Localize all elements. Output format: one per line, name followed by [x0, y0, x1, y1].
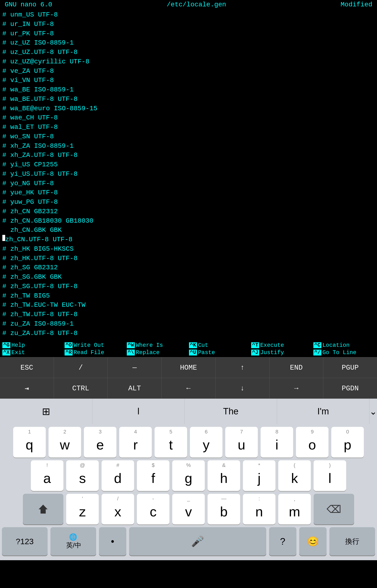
- shortcut-item[interactable]: ^\Replace: [127, 349, 188, 356]
- expand-predictions[interactable]: ⌄: [369, 399, 377, 424]
- key-f[interactable]: $f: [137, 460, 169, 491]
- keyboard: 1q2w3e4r5t6y7u8i9o0p !a@s#d$f%g&h*j(k)l …: [0, 424, 377, 560]
- shortcut-key: ^T: [251, 342, 259, 348]
- key-char: a: [43, 470, 51, 486]
- key-e[interactable]: 3e: [84, 427, 116, 458]
- num123-key[interactable]: ?123: [2, 527, 47, 555]
- key-i[interactable]: 8i: [261, 427, 293, 458]
- special-keys-row2: ⇥CTRLALT←↓→PGDN: [0, 378, 377, 399]
- shortcut-item[interactable]: ^KCut: [189, 342, 250, 348]
- mic-icon: 🎤: [191, 535, 204, 547]
- shortcut-item[interactable]: ^JJustify: [251, 349, 312, 356]
- key-u[interactable]: 7u: [225, 427, 258, 458]
- key-char: g: [185, 470, 192, 486]
- shortcut-label: Where Is: [136, 342, 163, 348]
- globe-icon: 🌐: [69, 533, 77, 541]
- sym-hint: @: [66, 462, 99, 468]
- special-key[interactable]: ESC: [0, 357, 54, 378]
- key-char: x: [115, 504, 121, 519]
- shortcut-item[interactable]: ^UPaste: [189, 349, 250, 356]
- emoji-key[interactable]: 😊: [299, 527, 327, 555]
- shortcut-item[interactable]: ^/Go To Line: [313, 349, 375, 356]
- key-c[interactable]: -c: [137, 494, 169, 524]
- shortcut-label: Execute: [260, 342, 284, 348]
- special-key[interactable]: ↓: [216, 378, 270, 399]
- predictive-bar: ⊞ l The I'm ⌄: [0, 399, 377, 424]
- editor-line: # uz_UZ@cyrillic UTF-8: [2, 57, 375, 66]
- key-k[interactable]: (k: [278, 460, 311, 491]
- key-o[interactable]: 9o: [296, 427, 329, 458]
- special-key[interactable]: →: [270, 378, 324, 399]
- shortcut-label: Exit: [11, 349, 25, 356]
- key-char: t: [169, 437, 173, 452]
- sym-hint: -: [137, 496, 169, 502]
- sym-hint: —: [208, 496, 240, 502]
- editor-line: # zh_CN.GB18030 GB18030: [2, 216, 375, 226]
- special-key[interactable]: PGDN: [323, 378, 377, 399]
- shortcut-item[interactable]: ^TExecute: [251, 342, 312, 348]
- key-h[interactable]: &h: [208, 460, 240, 491]
- shortcut-item[interactable]: ^RRead File: [65, 349, 126, 356]
- special-key[interactable]: HOME: [162, 357, 216, 378]
- special-key[interactable]: PGUP: [323, 357, 377, 378]
- key-t[interactable]: 5t: [154, 427, 187, 458]
- key-s[interactable]: @s: [66, 460, 99, 491]
- shortcut-key: ^O: [65, 342, 72, 348]
- key-w[interactable]: 2w: [48, 427, 81, 458]
- suggestion-2[interactable]: The: [185, 399, 277, 424]
- key-j[interactable]: *j: [243, 460, 275, 491]
- special-key[interactable]: ⇥: [0, 378, 54, 399]
- key-char: v: [185, 504, 192, 519]
- key-y[interactable]: 6y: [190, 427, 223, 458]
- special-key[interactable]: —: [108, 357, 162, 378]
- shortcut-item[interactable]: ^WWhere Is: [127, 342, 188, 348]
- key-p[interactable]: 0p: [331, 427, 364, 458]
- special-key[interactable]: END: [270, 357, 324, 378]
- key-z[interactable]: 'z: [66, 494, 99, 524]
- special-key[interactable]: ALT: [108, 378, 162, 399]
- key-char: i: [275, 437, 279, 452]
- sym-hint: ): [314, 462, 346, 468]
- suggestion-3[interactable]: I'm: [277, 399, 369, 424]
- editor-line: # uz_UZ ISO-8859-1: [2, 38, 375, 47]
- shortcut-key: ^R: [65, 350, 72, 356]
- shortcut-item[interactable]: ^XExit: [2, 349, 64, 356]
- special-key[interactable]: CTRL: [54, 378, 108, 399]
- key-x[interactable]: /x: [102, 494, 134, 524]
- editor-line: zh_CN.UTF-8 UTF-8: [2, 235, 375, 244]
- sym-hint: (: [278, 462, 311, 468]
- key-v[interactable]: _v: [172, 494, 205, 524]
- special-key[interactable]: /: [54, 357, 108, 378]
- shortcut-item[interactable]: ^CLocation: [313, 342, 375, 348]
- special-key[interactable]: ←: [162, 378, 216, 399]
- editor-line: # ur_IN UTF-8: [2, 20, 375, 29]
- svg-marker-0: [39, 505, 47, 514]
- key-l[interactable]: )l: [314, 460, 346, 491]
- question-key[interactable]: ?: [269, 527, 296, 555]
- key-char: e: [96, 437, 104, 452]
- key-n[interactable]: :n: [243, 494, 275, 524]
- keyboard-toggle[interactable]: ⊞: [0, 399, 92, 424]
- shortcut-item[interactable]: ^OWrite Out: [65, 342, 126, 348]
- shortcut-label: Help: [11, 342, 25, 348]
- key-g[interactable]: %g: [172, 460, 205, 491]
- delete-key[interactable]: ⌫: [314, 494, 354, 524]
- special-key[interactable]: ↑: [216, 357, 270, 378]
- key-b[interactable]: —b: [208, 494, 240, 524]
- key-q[interactable]: 1q: [13, 427, 46, 458]
- key-r[interactable]: 4r: [119, 427, 152, 458]
- space-key[interactable]: 🎤: [129, 527, 266, 555]
- key-a[interactable]: !a: [31, 460, 63, 491]
- return-key[interactable]: 換行: [330, 527, 375, 555]
- key-d[interactable]: #d: [102, 460, 134, 491]
- key-char: w: [60, 437, 70, 452]
- shift-key[interactable]: [23, 494, 63, 524]
- dot-key[interactable]: •: [99, 527, 126, 555]
- shortcut-bar: ^GHelp^OWrite Out^WWhere Is^KCut^TExecut…: [0, 341, 377, 357]
- editor-area: # unm_US UTF-8# ur_IN UTF-8# ur_PK UTF-8…: [0, 9, 377, 339]
- shortcut-item[interactable]: ^GHelp: [2, 342, 64, 348]
- sym-hint: !: [31, 462, 63, 468]
- suggestion-1[interactable]: l: [92, 399, 185, 424]
- lang-key[interactable]: 🌐英/中: [50, 527, 96, 555]
- key-m[interactable]: ，m: [278, 494, 311, 524]
